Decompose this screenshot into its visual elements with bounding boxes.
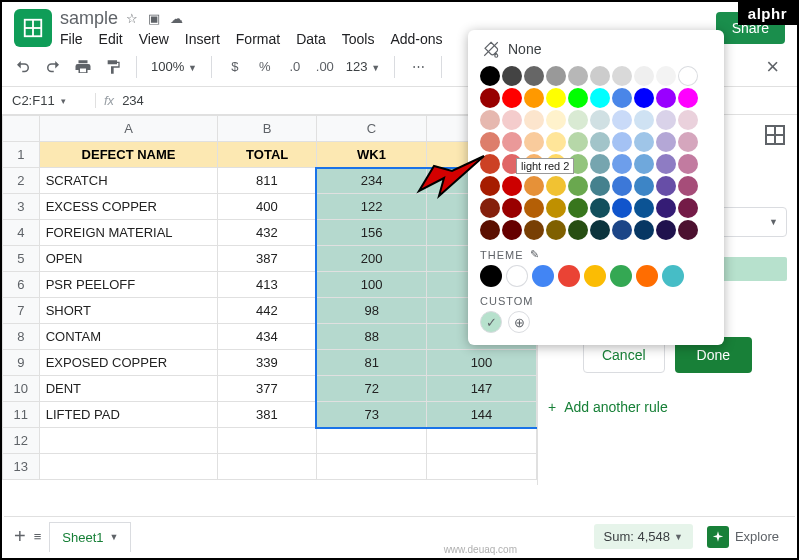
- currency-icon[interactable]: $: [226, 58, 244, 76]
- none-option[interactable]: None: [480, 40, 712, 58]
- color-swatch[interactable]: [678, 154, 698, 174]
- edit-theme-icon[interactable]: ✎: [530, 248, 540, 261]
- cloud-icon[interactable]: ☁: [170, 11, 183, 26]
- cell[interactable]: 100: [426, 350, 536, 376]
- color-swatch[interactable]: [590, 198, 610, 218]
- color-swatch[interactable]: [502, 66, 522, 86]
- color-swatch[interactable]: [502, 88, 522, 108]
- color-swatch[interactable]: [546, 176, 566, 196]
- menu-addons[interactable]: Add-ons: [390, 31, 442, 47]
- row-header[interactable]: 4: [3, 220, 40, 246]
- color-swatch[interactable]: [546, 110, 566, 130]
- sheet-tab[interactable]: Sheet1▼: [49, 522, 131, 552]
- col-header[interactable]: A: [39, 116, 218, 142]
- theme-swatch[interactable]: [480, 265, 502, 287]
- name-box[interactable]: C2:F11▾: [2, 93, 96, 108]
- color-swatch[interactable]: [568, 110, 588, 130]
- explore-button[interactable]: Explore: [701, 526, 785, 548]
- add-custom-color-icon[interactable]: ⊕: [508, 311, 530, 333]
- cell[interactable]: FOREIGN MATERIAL: [39, 220, 218, 246]
- cell[interactable]: DENT: [39, 376, 218, 402]
- menu-view[interactable]: View: [139, 31, 169, 47]
- cell[interactable]: 200: [316, 246, 426, 272]
- menu-data[interactable]: Data: [296, 31, 326, 47]
- color-swatch[interactable]: [612, 198, 632, 218]
- spreadsheet-grid[interactable]: A B C D 1 DEFECT NAME TOTAL WK1 WK 2SCRA…: [2, 115, 537, 485]
- row-header[interactable]: 1: [3, 142, 40, 168]
- col-header[interactable]: C: [316, 116, 426, 142]
- cell[interactable]: OPEN: [39, 246, 218, 272]
- row-header[interactable]: 12: [3, 428, 40, 454]
- color-swatch[interactable]: [678, 220, 698, 240]
- row-header[interactable]: 6: [3, 272, 40, 298]
- cell[interactable]: 144: [426, 402, 536, 428]
- cell[interactable]: 81: [316, 350, 426, 376]
- cell[interactable]: 100: [316, 272, 426, 298]
- color-swatch[interactable]: [546, 66, 566, 86]
- cell[interactable]: DEFECT NAME: [39, 142, 218, 168]
- cell[interactable]: [316, 454, 426, 480]
- color-swatch[interactable]: [480, 220, 500, 240]
- print-icon[interactable]: [74, 58, 92, 76]
- paint-format-icon[interactable]: [104, 58, 122, 76]
- color-swatch[interactable]: [480, 176, 500, 196]
- color-swatch[interactable]: [524, 66, 544, 86]
- color-swatch[interactable]: [502, 110, 522, 130]
- theme-swatch[interactable]: [584, 265, 606, 287]
- cell[interactable]: 339: [218, 350, 317, 376]
- doc-title[interactable]: sample: [60, 8, 118, 29]
- color-swatch[interactable]: [590, 110, 610, 130]
- theme-swatch[interactable]: [636, 265, 658, 287]
- color-swatch[interactable]: [568, 132, 588, 152]
- menu-file[interactable]: File: [60, 31, 83, 47]
- cell[interactable]: 442: [218, 298, 317, 324]
- cell[interactable]: LIFTED PAD: [39, 402, 218, 428]
- cell[interactable]: 400: [218, 194, 317, 220]
- cell[interactable]: TOTAL: [218, 142, 317, 168]
- cell[interactable]: 377: [218, 376, 317, 402]
- row-header[interactable]: 5: [3, 246, 40, 272]
- color-swatch[interactable]: [480, 198, 500, 218]
- color-swatch[interactable]: [590, 176, 610, 196]
- menu-edit[interactable]: Edit: [99, 31, 123, 47]
- sum-indicator[interactable]: Sum: 4,548▼: [594, 524, 693, 549]
- cell[interactable]: 72: [316, 376, 426, 402]
- color-swatch[interactable]: [590, 220, 610, 240]
- color-swatch[interactable]: [656, 88, 676, 108]
- cell[interactable]: [218, 454, 317, 480]
- color-swatch[interactable]: [634, 176, 654, 196]
- row-header[interactable]: 10: [3, 376, 40, 402]
- undo-icon[interactable]: [14, 58, 32, 76]
- theme-swatch[interactable]: [558, 265, 580, 287]
- row-header[interactable]: 3: [3, 194, 40, 220]
- color-swatch[interactable]: [502, 198, 522, 218]
- cell[interactable]: 73: [316, 402, 426, 428]
- color-swatch[interactable]: [634, 198, 654, 218]
- select-all-corner[interactable]: [3, 116, 40, 142]
- color-swatch[interactable]: [546, 220, 566, 240]
- cell[interactable]: [426, 454, 536, 480]
- color-swatch[interactable]: [678, 176, 698, 196]
- color-swatch[interactable]: [568, 198, 588, 218]
- color-swatch[interactable]: [634, 88, 654, 108]
- cell[interactable]: 98: [316, 298, 426, 324]
- color-swatch[interactable]: [568, 176, 588, 196]
- zoom-dropdown[interactable]: 100% ▼: [151, 59, 197, 74]
- color-swatch[interactable]: [678, 110, 698, 130]
- color-swatch[interactable]: [656, 110, 676, 130]
- color-swatch[interactable]: [480, 154, 500, 174]
- color-swatch[interactable]: [656, 154, 676, 174]
- color-swatch[interactable]: [568, 88, 588, 108]
- color-swatch[interactable]: [590, 88, 610, 108]
- cell[interactable]: 432: [218, 220, 317, 246]
- color-swatch[interactable]: [678, 66, 698, 86]
- color-swatch[interactable]: [612, 176, 632, 196]
- font-dropdown[interactable]: ⋯: [409, 58, 427, 76]
- color-swatch[interactable]: [546, 132, 566, 152]
- all-sheets-icon[interactable]: ≡: [34, 529, 42, 544]
- color-swatch[interactable]: [590, 132, 610, 152]
- dec-increase-icon[interactable]: .00: [316, 58, 334, 76]
- cell[interactable]: [218, 428, 317, 454]
- cell[interactable]: [316, 428, 426, 454]
- row-header[interactable]: 2: [3, 168, 40, 194]
